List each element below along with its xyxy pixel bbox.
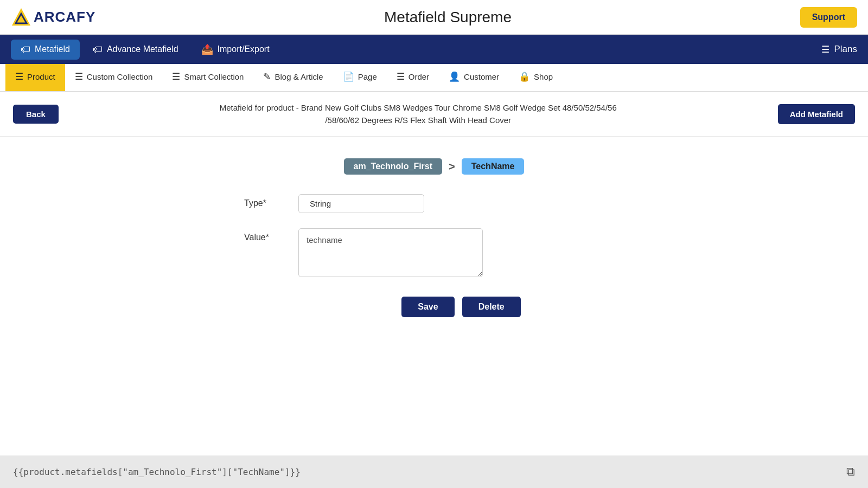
tag2-icon: 🏷 bbox=[93, 44, 103, 55]
sub-nav-item-shop[interactable]: 🔒 Shop bbox=[509, 64, 563, 91]
namespace-badge: am_Technolo_First bbox=[344, 158, 443, 175]
nav-item-import-export[interactable]: 📤 Import/Export bbox=[192, 39, 279, 60]
sub-nav-custom-collection-label: Custom Collection bbox=[87, 72, 153, 81]
custom-collection-icon: ☰ bbox=[75, 71, 83, 82]
sub-nav-item-product[interactable]: ☰ Product bbox=[5, 64, 65, 91]
back-button[interactable]: Back bbox=[13, 105, 59, 124]
product-icon: ☰ bbox=[15, 71, 23, 82]
header: ARCAFY Metafield Supreme Support bbox=[0, 0, 868, 35]
blog-icon: ✎ bbox=[263, 71, 271, 82]
plans-label: Plans bbox=[834, 44, 857, 55]
sub-nav-shop-label: Shop bbox=[534, 72, 553, 81]
sub-nav-item-custom-collection[interactable]: ☰ Custom Collection bbox=[65, 64, 163, 91]
save-button[interactable]: Save bbox=[401, 297, 454, 317]
main-content: am_Technolo_First > TechName Type* Value… bbox=[0, 137, 868, 339]
action-row: Save Delete bbox=[401, 297, 520, 317]
tag-icon: 🏷 bbox=[21, 44, 30, 55]
nav-bar: 🏷 Metafield 🏷 Advance Metafield 📤 Import… bbox=[0, 35, 868, 64]
sub-nav-order-label: Order bbox=[409, 72, 429, 81]
logo: ARCAFY bbox=[11, 7, 95, 28]
support-button[interactable]: Support bbox=[800, 7, 857, 28]
add-metafield-button[interactable]: Add Metafield bbox=[778, 104, 855, 124]
sub-nav-smart-collection-label: Smart Collection bbox=[184, 72, 244, 81]
sub-nav: ☰ Product ☰ Custom Collection ☰ Smart Co… bbox=[0, 64, 868, 92]
page-title: Metafield Supreme bbox=[384, 9, 512, 26]
sub-nav-customer-label: Customer bbox=[464, 72, 499, 81]
page-icon: 📄 bbox=[343, 71, 354, 82]
value-textarea[interactable]: techname bbox=[298, 228, 483, 277]
type-label: Type* bbox=[244, 194, 288, 208]
sub-nav-item-page[interactable]: 📄 Page bbox=[333, 64, 387, 91]
nav-plans[interactable]: ☰ Plans bbox=[821, 44, 857, 55]
toolbar-title: Metafield for product - Brand New Golf C… bbox=[220, 102, 617, 126]
sub-nav-blog-label: Blog & Article bbox=[275, 72, 323, 81]
sub-nav-item-order[interactable]: ☰ Order bbox=[387, 64, 439, 91]
sub-nav-page-label: Page bbox=[358, 72, 377, 81]
list-icon: ☰ bbox=[821, 44, 829, 55]
value-label: Value* bbox=[244, 228, 288, 242]
nav-item-metafield-label: Metafield bbox=[35, 44, 70, 54]
sub-nav-product-label: Product bbox=[27, 72, 55, 81]
logo-text: ARCAFY bbox=[34, 9, 95, 25]
order-icon: ☰ bbox=[397, 71, 405, 82]
value-row: Value* techname bbox=[244, 228, 624, 277]
type-input[interactable] bbox=[298, 194, 424, 213]
toolbar: Back Metafield for product - Brand New G… bbox=[0, 92, 868, 137]
shop-icon: 🔒 bbox=[519, 71, 530, 82]
sub-nav-item-customer[interactable]: 👤 Customer bbox=[439, 64, 509, 91]
arrow-icon: > bbox=[449, 160, 455, 173]
arcafy-logo-icon bbox=[11, 7, 31, 28]
nav-left: 🏷 Metafield 🏷 Advance Metafield 📤 Import… bbox=[11, 39, 279, 60]
nav-item-advance-metafield[interactable]: 🏷 Advance Metafield bbox=[83, 40, 188, 60]
nav-item-import-export-label: Import/Export bbox=[218, 44, 270, 54]
nav-item-advance-label: Advance Metafield bbox=[107, 44, 178, 54]
export-icon: 📤 bbox=[201, 43, 213, 55]
form-section: Type* Value* techname bbox=[244, 194, 624, 292]
type-row: Type* bbox=[244, 194, 624, 213]
techname-badge: TechName bbox=[462, 158, 525, 175]
sub-nav-item-smart-collection[interactable]: ☰ Smart Collection bbox=[162, 64, 253, 91]
namespace-row: am_Technolo_First > TechName bbox=[344, 158, 525, 175]
delete-button[interactable]: Delete bbox=[462, 297, 521, 317]
sub-nav-item-blog-article[interactable]: ✎ Blog & Article bbox=[253, 64, 333, 91]
nav-item-metafield[interactable]: 🏷 Metafield bbox=[11, 40, 80, 60]
smart-collection-icon: ☰ bbox=[172, 71, 180, 82]
customer-icon: 👤 bbox=[449, 71, 460, 82]
